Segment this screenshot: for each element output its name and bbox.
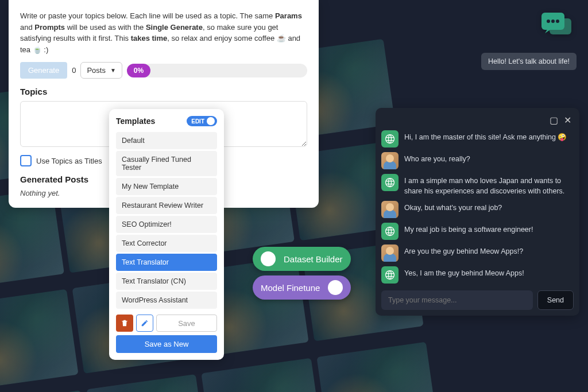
- edit-toggle[interactable]: EDIT: [187, 116, 217, 126]
- message-text: Hi, I am the master of this site! Ask me…: [404, 130, 567, 143]
- save-template-button[interactable]: Save: [156, 315, 217, 332]
- use-topics-checkbox[interactable]: [20, 155, 32, 166]
- svg-point-8: [386, 271, 394, 280]
- generate-count: 0: [72, 66, 76, 75]
- progress-bar: 0%: [127, 64, 307, 77]
- templates-title: Templates: [116, 117, 155, 126]
- user-avatar: [381, 244, 399, 262]
- template-list: DefaultCasually Fined Tuned TesterMy New…: [116, 132, 217, 309]
- model-finetune-pill[interactable]: Model Finetune: [253, 275, 351, 300]
- svg-point-5: [386, 135, 394, 143]
- save-as-new-button[interactable]: Save as New: [116, 335, 217, 353]
- post-type-label: Posts: [87, 66, 106, 75]
- maximize-icon[interactable]: ▢: [550, 115, 558, 126]
- bot-avatar: [381, 130, 399, 148]
- chat-message: Hi, I am the master of this site! Ask me…: [381, 130, 574, 148]
- template-item[interactable]: Restaurant Review Writer: [116, 197, 217, 214]
- send-button[interactable]: Send: [537, 290, 574, 310]
- pill-dot: [328, 280, 343, 295]
- svg-point-3: [551, 20, 555, 23]
- generate-button[interactable]: Generate: [20, 62, 67, 79]
- template-item[interactable]: Casually Fined Tuned Tester: [116, 151, 217, 176]
- edit-toggle-label: EDIT: [191, 118, 204, 125]
- chat-message: Yes, I am the guy behind Meow Apps!: [381, 266, 574, 284]
- dataset-builder-pill[interactable]: Dataset Builder: [253, 247, 351, 271]
- trash-icon: [121, 319, 129, 327]
- chat-message: Are you the guy behind Meow Apps!?: [381, 244, 574, 262]
- user-avatar: [381, 201, 399, 218]
- toggle-knob: [207, 117, 215, 125]
- message-text: Okay, but what's your real job?: [404, 201, 502, 214]
- template-item[interactable]: Text Translator (CN): [116, 273, 217, 290]
- edit-template-button[interactable]: [136, 315, 153, 332]
- svg-point-4: [556, 20, 559, 23]
- chat-message: My real job is being a software engineer…: [381, 223, 574, 240]
- template-item[interactable]: My New Template: [116, 178, 217, 195]
- svg-point-2: [547, 20, 550, 23]
- message-list: Hi, I am the master of this site! Ask me…: [381, 130, 574, 284]
- message-text: My real job is being a software engineer…: [404, 223, 533, 235]
- user-avatar: [381, 152, 399, 169]
- template-item[interactable]: Text Corrector: [116, 235, 217, 252]
- chat-window: ▢ ✕ Hi, I am the master of this site! As…: [376, 108, 579, 316]
- pencil-icon: [141, 319, 149, 327]
- bot-avatar: [381, 174, 399, 191]
- templates-panel: Templates EDIT DefaultCasually Fined Tun…: [109, 109, 224, 360]
- svg-point-7: [386, 227, 394, 236]
- bot-avatar: [381, 266, 399, 284]
- post-type-select[interactable]: Posts ▼: [80, 62, 122, 79]
- template-item[interactable]: SEO Optimizer!: [116, 216, 217, 233]
- progress-value: 0%: [127, 64, 150, 77]
- chat-input[interactable]: [381, 290, 533, 310]
- message-text: I am a simple man who loves Japan and wa…: [404, 174, 574, 196]
- chevron-down-icon: ▼: [110, 67, 116, 73]
- chat-message: I am a simple man who loves Japan and wa…: [381, 174, 574, 196]
- delete-template-button[interactable]: [116, 315, 133, 332]
- dataset-builder-label: Dataset Builder: [284, 254, 343, 264]
- template-item[interactable]: Text Translator: [116, 254, 217, 271]
- model-finetune-label: Model Finetune: [261, 283, 320, 293]
- chat-message: Who are you, really?: [381, 152, 574, 169]
- use-topics-label: Use Topics as Titles: [36, 157, 102, 165]
- message-text: Are you the guy behind Meow Apps!?: [404, 244, 523, 257]
- chat-message: Okay, but what's your real job?: [381, 201, 574, 218]
- template-item[interactable]: Default: [116, 132, 217, 149]
- svg-point-6: [386, 178, 394, 187]
- message-text: Yes, I am the guy behind Meow Apps!: [404, 266, 524, 279]
- template-item[interactable]: WordPress Assistant: [116, 292, 217, 309]
- close-icon[interactable]: ✕: [564, 115, 571, 126]
- chat-launcher-icon[interactable]: [539, 11, 574, 45]
- intro-chat-bubble: Hello! Let's talk about life!: [481, 53, 577, 70]
- topics-heading: Topics: [20, 87, 307, 96]
- pill-dot: [261, 251, 276, 266]
- bot-avatar: [381, 223, 399, 240]
- intro-text: Write or paste your topics below. Each l…: [20, 10, 307, 55]
- message-text: Who are you, really?: [404, 152, 470, 165]
